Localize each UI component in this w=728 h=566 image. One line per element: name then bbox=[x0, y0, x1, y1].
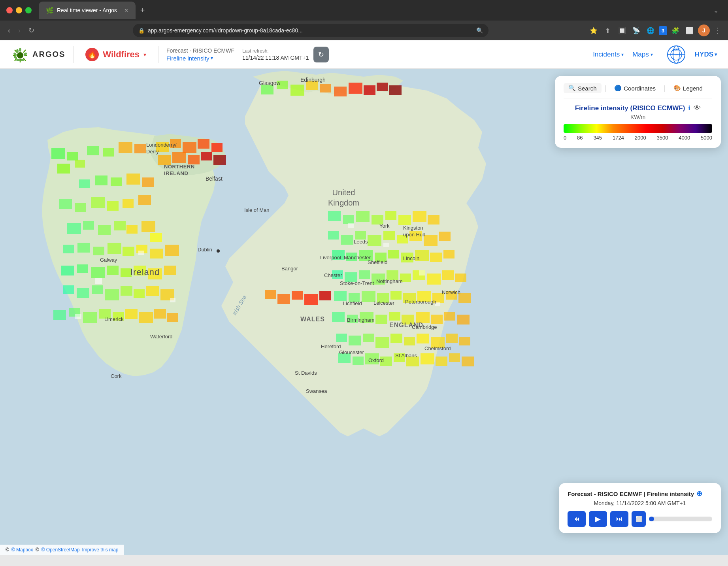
fireline-label[interactable]: Fireline intensity bbox=[166, 55, 209, 62]
svg-rect-34 bbox=[79, 179, 90, 188]
improve-link[interactable]: Improve this map bbox=[82, 547, 118, 553]
bookmark-btn[interactable]: ⭐ bbox=[588, 25, 600, 36]
svg-rect-95 bbox=[261, 85, 273, 94]
profile-btn[interactable]: 🌐 bbox=[645, 25, 656, 36]
legend-tab-label: Legend bbox=[683, 85, 703, 92]
svg-rect-114 bbox=[341, 235, 353, 245]
argos-logo-icon bbox=[11, 47, 29, 62]
hide-layer-icon[interactable]: 👁 bbox=[694, 104, 701, 112]
timeline-play-btn[interactable]: ▶ bbox=[589, 511, 607, 527]
svg-rect-81 bbox=[125, 309, 138, 319]
tab-close-btn[interactable]: ✕ bbox=[124, 8, 128, 13]
svg-rect-134 bbox=[372, 274, 385, 285]
share-btn[interactable]: ⬆ bbox=[602, 25, 614, 36]
maps-menu-btn[interactable]: Maps ▾ bbox=[632, 51, 653, 58]
forward-btn[interactable]: › bbox=[16, 25, 23, 36]
svg-rect-170 bbox=[390, 334, 402, 343]
sidebar-btn[interactable]: ⬜ bbox=[684, 25, 696, 36]
close-window-btn[interactable] bbox=[6, 7, 13, 13]
svg-rect-78 bbox=[83, 312, 97, 323]
svg-rect-158 bbox=[360, 312, 373, 323]
svg-rect-79 bbox=[99, 309, 111, 319]
osm-link[interactable]: © OpenStreetMap bbox=[41, 547, 80, 553]
svg-rect-169 bbox=[375, 337, 389, 348]
svg-rect-99 bbox=[320, 84, 331, 92]
timeline-date: Monday, 11/14/2022 5:00 AM GMT+1 bbox=[568, 500, 712, 506]
svg-rect-30 bbox=[87, 146, 99, 155]
map-container[interactable]: Glasgow Edinburgh Londonderry/Derry NORT… bbox=[0, 69, 728, 555]
avatar-btn[interactable]: J bbox=[698, 25, 710, 36]
legend-title: Fireline intensity (RISICO ECMWF) bbox=[575, 104, 685, 112]
attribution-sep1: © bbox=[36, 547, 39, 553]
svg-rect-189 bbox=[170, 298, 175, 302]
svg-rect-89 bbox=[211, 143, 223, 152]
timeline-skip-forward-btn[interactable]: ⏭ bbox=[610, 511, 628, 527]
coordinates-tab-btn[interactable]: 🔵 Coordinates bbox=[609, 83, 660, 93]
svg-rect-180 bbox=[394, 353, 405, 362]
back-btn[interactable]: ‹ bbox=[6, 25, 13, 36]
tick-5000: 5000 bbox=[701, 135, 712, 141]
svg-rect-143 bbox=[362, 291, 375, 302]
timeline-add-icon[interactable]: ⊕ bbox=[696, 489, 702, 498]
svg-rect-113 bbox=[328, 231, 339, 240]
mapbox-link[interactable]: © Mapbox bbox=[11, 547, 33, 553]
svg-rect-42 bbox=[107, 201, 119, 211]
incidents-menu-btn[interactable]: Incidents ▾ bbox=[593, 51, 624, 58]
svg-rect-98 bbox=[306, 81, 318, 90]
extension2-btn[interactable]: 🧩 bbox=[670, 25, 681, 36]
svg-rect-65 bbox=[134, 266, 146, 275]
coordinates-tab-icon: 🔵 bbox=[614, 85, 622, 92]
search-icon: 🔍 bbox=[476, 27, 483, 34]
minimize-window-btn[interactable] bbox=[16, 7, 22, 13]
refresh-map-btn[interactable]: ↻ bbox=[313, 47, 329, 62]
forecast-group: Forecast - RISICO ECMWF Fireline intensi… bbox=[166, 47, 234, 62]
svg-rect-27 bbox=[67, 152, 78, 160]
maximize-window-btn[interactable] bbox=[25, 7, 32, 13]
menu-btn[interactable]: ⋮ bbox=[712, 25, 722, 36]
svg-rect-63 bbox=[107, 266, 119, 275]
svg-rect-182 bbox=[421, 353, 434, 364]
maps-chevron-icon: ▾ bbox=[651, 52, 653, 57]
wildfires-btn[interactable]: 🔥 Wildfires ▾ bbox=[81, 46, 150, 63]
svg-rect-121 bbox=[439, 232, 451, 241]
hyds-btn[interactable]: HYDS ▾ bbox=[695, 51, 717, 58]
svg-line-7 bbox=[23, 50, 26, 53]
refresh-btn[interactable]: ↻ bbox=[26, 25, 37, 36]
svg-rect-90 bbox=[158, 155, 171, 165]
tick-345: 345 bbox=[593, 135, 602, 141]
svg-rect-101 bbox=[349, 83, 362, 94]
cast-btn[interactable]: 📡 bbox=[630, 25, 642, 36]
incidents-chevron-icon: ▾ bbox=[621, 52, 624, 57]
new-tab-btn[interactable]: + bbox=[136, 4, 150, 17]
svg-rect-71 bbox=[105, 289, 119, 300]
svg-rect-66 bbox=[148, 268, 162, 279]
info-icon[interactable]: ℹ bbox=[688, 104, 690, 112]
svg-rect-164 bbox=[444, 312, 455, 321]
legend-tab-btn[interactable]: 🎨 Legend bbox=[669, 83, 707, 93]
svg-rect-130 bbox=[443, 250, 455, 258]
svg-rect-177 bbox=[353, 357, 364, 365]
svg-rect-51 bbox=[150, 233, 162, 242]
tick-2000: 2000 bbox=[635, 135, 646, 141]
svg-rect-155 bbox=[319, 291, 331, 300]
timeline-skip-back-btn[interactable]: ⏮ bbox=[568, 511, 586, 527]
svg-rect-73 bbox=[134, 289, 145, 298]
search-tab-btn[interactable]: 🔍 Search bbox=[564, 83, 602, 93]
svg-point-194 bbox=[217, 249, 220, 253]
svg-rect-84 bbox=[167, 313, 178, 322]
extensions-btn[interactable]: 🔲 bbox=[616, 25, 628, 36]
argos-logo[interactable]: ARGOS bbox=[11, 47, 65, 62]
svg-rect-175 bbox=[459, 337, 470, 345]
svg-rect-55 bbox=[108, 243, 121, 254]
legend-tab-icon: 🎨 bbox=[673, 85, 681, 92]
timeline-settings-btn[interactable]: ⬜ bbox=[632, 511, 646, 527]
tab-list-btn[interactable]: ⌄ bbox=[710, 5, 722, 16]
tick-86: 86 bbox=[577, 135, 583, 141]
omnibox-url[interactable]: app.argos-emergency.com/#dropdown-group-… bbox=[148, 27, 473, 34]
tab-title: Real time viewer - Argos bbox=[57, 7, 117, 13]
svg-rect-31 bbox=[103, 148, 114, 157]
extension1-btn[interactable]: 3 bbox=[659, 26, 667, 35]
svg-rect-46 bbox=[83, 221, 94, 230]
timeline-progress-bar[interactable] bbox=[649, 517, 712, 521]
svg-rect-112 bbox=[428, 215, 439, 225]
